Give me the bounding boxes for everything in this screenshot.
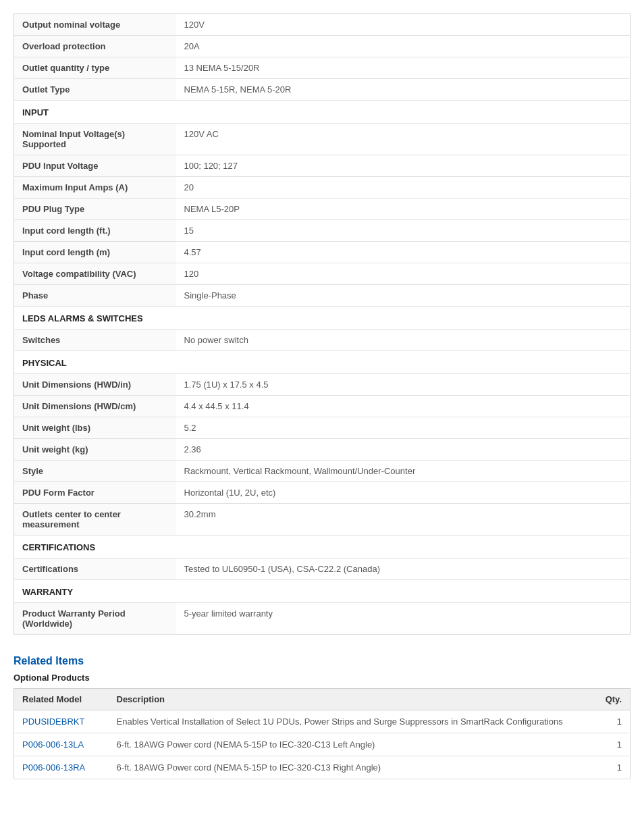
related-table: Related Model Description Qty. PDUSIDEBR… xyxy=(14,688,630,779)
section-header: CERTIFICATIONS xyxy=(14,536,630,558)
spec-value: NEMA L5-20P xyxy=(176,199,630,220)
spec-label: Maximum Input Amps (A) xyxy=(14,177,176,199)
spec-label: Outlet quantity / type xyxy=(14,57,176,79)
section-header: PHYSICAL xyxy=(14,351,630,374)
spec-value: 15 xyxy=(176,220,630,242)
spec-value: 120 xyxy=(176,263,630,285)
spec-label: Outlet Type xyxy=(14,79,176,101)
section-header: LEDS ALARMS & SWITCHES xyxy=(14,307,630,330)
spec-value: 4.4 x 44.5 x 11.4 xyxy=(176,396,630,417)
related-description: 6-ft. 18AWG Power cord (NEMA 5-15P to IE… xyxy=(109,733,590,756)
related-description: Enables Vertical Installation of Select … xyxy=(109,710,590,733)
related-table-row: P006-006-13RA6-ft. 18AWG Power cord (NEM… xyxy=(14,756,630,779)
spec-label: Outlets center to center measurement xyxy=(14,504,176,536)
related-items-section: Related Items Optional Products Related … xyxy=(14,655,630,779)
spec-value: Rackmount, Vertical Rackmount, Wallmount… xyxy=(176,461,630,482)
spec-label: Style xyxy=(14,461,176,482)
spec-value: Single-Phase xyxy=(176,285,630,307)
spec-value: 2.36 xyxy=(176,439,630,461)
spec-label: Output nominal voltage xyxy=(14,14,176,36)
spec-label: PDU Plug Type xyxy=(14,199,176,220)
spec-label: Unit weight (kg) xyxy=(14,439,176,461)
spec-label: Switches xyxy=(14,330,176,351)
spec-value: 100; 120; 127 xyxy=(176,155,630,177)
spec-label: Product Warranty Period (Worldwide) xyxy=(14,603,176,635)
related-qty: 1 xyxy=(590,710,630,733)
spec-value: 5-year limited warranty xyxy=(176,603,630,635)
spec-value: 13 NEMA 5-15/20R xyxy=(176,57,630,79)
related-model[interactable]: P006-006-13LA xyxy=(14,733,109,756)
spec-label: Input cord length (m) xyxy=(14,242,176,263)
spec-value: 30.2mm xyxy=(176,504,630,536)
related-col-description: Description xyxy=(109,689,590,710)
section-header: WARRANTY xyxy=(14,580,630,603)
related-model-link[interactable]: PDUSIDEBRKT xyxy=(22,716,84,727)
related-qty: 1 xyxy=(590,756,630,779)
related-model-link[interactable]: P006-006-13LA xyxy=(22,739,84,750)
spec-label: PDU Form Factor xyxy=(14,482,176,504)
spec-value: 120V xyxy=(176,14,630,36)
related-model-link[interactable]: P006-006-13RA xyxy=(22,762,85,773)
spec-value: 4.57 xyxy=(176,242,630,263)
spec-value: No power switch xyxy=(176,330,630,351)
spec-label: Phase xyxy=(14,285,176,307)
spec-value: 5.2 xyxy=(176,417,630,439)
spec-label: Unit Dimensions (HWD/cm) xyxy=(14,396,176,417)
spec-value: Tested to UL60950-1 (USA), CSA-C22.2 (Ca… xyxy=(176,558,630,580)
spec-value: 120V AC xyxy=(176,124,630,155)
spec-value: Horizontal (1U, 2U, etc) xyxy=(176,482,630,504)
spec-label: Overload protection xyxy=(14,36,176,57)
spec-label: Nominal Input Voltage(s) Supported xyxy=(14,124,176,155)
related-description: 6-ft. 18AWG Power cord (NEMA 5-15P to IE… xyxy=(109,756,590,779)
related-col-qty: Qty. xyxy=(590,689,630,710)
spec-label: Certifications xyxy=(14,558,176,580)
spec-label: PDU Input Voltage xyxy=(14,155,176,177)
spec-label: Unit weight (lbs) xyxy=(14,417,176,439)
related-table-row: PDUSIDEBRKTEnables Vertical Installation… xyxy=(14,710,630,733)
spec-value: NEMA 5-15R, NEMA 5-20R xyxy=(176,79,630,101)
related-col-model: Related Model xyxy=(14,689,109,710)
spec-label: Input cord length (ft.) xyxy=(14,220,176,242)
related-items-title: Related Items xyxy=(14,655,630,667)
spec-value: 20A xyxy=(176,36,630,57)
specs-table: Output nominal voltage120VOverload prote… xyxy=(14,14,630,635)
related-table-row: P006-006-13LA6-ft. 18AWG Power cord (NEM… xyxy=(14,733,630,756)
spec-value: 1.75 (1U) x 17.5 x 4.5 xyxy=(176,374,630,396)
spec-label: Voltage compatibility (VAC) xyxy=(14,263,176,285)
spec-value: 20 xyxy=(176,177,630,199)
section-header: INPUT xyxy=(14,101,630,124)
related-qty: 1 xyxy=(590,733,630,756)
related-model[interactable]: P006-006-13RA xyxy=(14,756,109,779)
spec-label: Unit Dimensions (HWD/in) xyxy=(14,374,176,396)
related-model[interactable]: PDUSIDEBRKT xyxy=(14,710,109,733)
optional-products-label: Optional Products xyxy=(14,673,630,683)
